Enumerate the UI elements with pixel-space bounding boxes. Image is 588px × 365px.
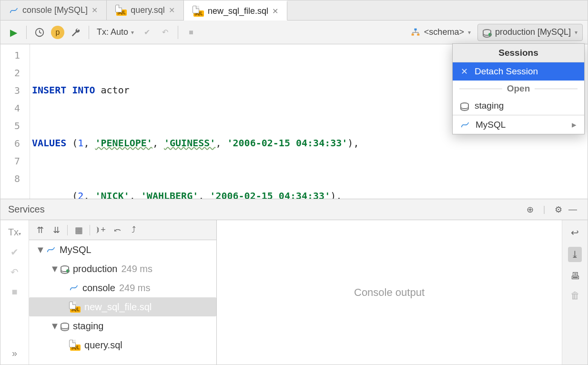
dropdown-title: Sessions [453, 44, 584, 62]
collapse-all-icon[interactable]: ⇊ [49, 225, 63, 235]
tab-label: new_sql_file.sql [208, 6, 268, 16]
open-divider: Open [453, 81, 584, 97]
tab-console[interactable]: console [MySQL] ✕ [0, 0, 107, 20]
commit-button[interactable]: ✔ [139, 24, 155, 41]
tab-label: query.sql [131, 5, 165, 15]
panel-title: Services [8, 204, 45, 215]
filter-icon[interactable]: ⟭+ [94, 225, 108, 235]
database-icon [61, 265, 69, 272]
tx-label[interactable]: Tx▾ [8, 227, 21, 238]
stop-icon[interactable]: ■ [11, 286, 17, 297]
rollback-icon[interactable]: ↶ [10, 266, 19, 278]
services-tree[interactable]: ▼ MySQL ▼ production 249 ms console 249 … [29, 240, 216, 365]
tab-query[interactable]: SQL query.sql ✕ [107, 0, 184, 20]
line-number: 6 [0, 134, 30, 152]
datasource-icon [46, 245, 56, 254]
tx-mode-selector[interactable]: Tx: Auto ▾ [94, 27, 137, 37]
services-toolbar: ⇈ ⇊ ▦ ⟭+ ⤺ ⤴ [29, 220, 216, 240]
close-icon[interactable]: ✕ [91, 6, 98, 15]
node-label: query.sql [84, 340, 122, 351]
tree-node-new-sql-file[interactable]: SQL new_sql_file.sql [29, 297, 216, 316]
services-rightbar: ↩ ⤓ 🖶 🗑 [562, 220, 588, 365]
branch-icon[interactable]: ⤺ [110, 225, 124, 235]
line-number: 8 [0, 170, 30, 187]
settings-button[interactable] [68, 24, 84, 41]
node-meta: 249 ms [119, 283, 151, 294]
cancel-button[interactable]: ■ [183, 24, 199, 41]
scroll-to-end-icon[interactable]: ⤓ [568, 247, 582, 262]
line-number: 3 [0, 81, 30, 99]
line-number: 1 [0, 46, 30, 64]
console-output: Console output [217, 220, 562, 365]
chevron-right-icon: ▸ [572, 119, 577, 130]
editor-tabs: console [MySQL] ✕ SQL query.sql ✕ SQL ne… [0, 0, 588, 20]
line-number: 7 [0, 152, 30, 170]
more-icon[interactable]: » [12, 348, 17, 359]
sessions-dropdown: Sessions ✕ Detach Session Open staging M… [452, 43, 585, 134]
database-icon [483, 29, 491, 36]
tab-label: console [MySQL] [22, 5, 88, 15]
line-number: 2 [0, 64, 30, 81]
database-icon [61, 323, 69, 329]
chevron-down-icon: ▼ [50, 264, 57, 274]
close-icon[interactable]: ✕ [272, 7, 278, 16]
tree-node-production[interactable]: ▼ production 249 ms [29, 259, 216, 278]
history-icon [34, 27, 45, 38]
db-label: production [MySQL] [495, 27, 571, 37]
tx-label: Tx: Auto [97, 27, 128, 37]
services-leftbar: Tx▾ ✔ ↶ ■ » [0, 220, 29, 365]
item-label: staging [475, 101, 504, 111]
close-icon[interactable]: ✕ [169, 6, 175, 15]
detach-session-item[interactable]: ✕ Detach Session [453, 62, 584, 81]
output-placeholder: Console output [354, 286, 425, 299]
gear-icon[interactable]: ⚙ [551, 204, 566, 215]
datasource-mysql[interactable]: MySQL ▸ [453, 115, 584, 134]
group-icon[interactable]: ▦ [71, 225, 86, 235]
node-meta: 249 ms [121, 264, 152, 274]
line-number: 5 [0, 117, 30, 134]
datasource-icon [9, 6, 19, 15]
tree-node-query-sql[interactable]: SQL query.sql [29, 335, 216, 355]
commit-icon[interactable]: ✔ [10, 246, 19, 258]
chevron-down-icon: ▾ [575, 29, 578, 36]
sql-file-icon: SQL [69, 302, 81, 313]
rollback-button[interactable]: ↶ [157, 24, 173, 41]
tree-node-console[interactable]: console 249 ms [29, 278, 216, 297]
run-button[interactable]: ▶ [5, 24, 21, 41]
services-header: Services ⊕ | ⚙ — [0, 199, 588, 220]
session-staging[interactable]: staging [453, 97, 584, 115]
item-label: MySQL [476, 120, 506, 130]
schema-label: <schema> [424, 27, 464, 37]
tree-node-staging[interactable]: ▼ staging [29, 316, 216, 335]
expand-all-icon[interactable]: ⇈ [33, 225, 47, 235]
sql-file-icon: SQL [115, 5, 127, 16]
target-icon[interactable]: ⊕ [523, 204, 537, 215]
minimize-icon[interactable]: — [566, 204, 580, 214]
datasource-icon [69, 283, 79, 293]
svg-rect-3 [417, 33, 419, 35]
node-label: production [73, 264, 117, 274]
chevron-down-icon: ▼ [50, 321, 57, 332]
chevron-down-icon: ▾ [131, 29, 134, 36]
line-number: 4 [0, 99, 30, 117]
node-label: MySQL [60, 244, 91, 255]
playground-button[interactable]: p [50, 24, 66, 41]
chevron-down-icon: ▼ [36, 244, 42, 255]
merge-icon[interactable]: ⤴ [126, 225, 141, 235]
soft-wrap-icon[interactable]: ↩ [571, 227, 579, 238]
tab-new-sql-file[interactable]: SQL new_sql_file.sql ✕ [184, 0, 287, 20]
close-icon: ✕ [460, 66, 468, 77]
node-label: console [82, 283, 115, 294]
node-label: new_sql_file.sql [84, 302, 152, 313]
trash-icon[interactable]: 🗑 [570, 290, 580, 301]
datasource-icon [460, 120, 470, 130]
history-button[interactable] [31, 24, 48, 41]
sql-file-icon: SQL [69, 340, 81, 351]
schema-selector[interactable]: <schema> ▾ [406, 24, 476, 41]
tree-node-mysql[interactable]: ▼ MySQL [29, 240, 216, 259]
print-icon[interactable]: 🖶 [570, 271, 580, 282]
services-panel: Services ⊕ | ⚙ — Tx▾ ✔ ↶ ■ » ⇈ ⇊ ▦ ⟭+ ⤺ … [0, 199, 588, 365]
session-selector[interactable]: production [MySQL] ▾ [477, 24, 583, 41]
services-tree-pane: ⇈ ⇊ ▦ ⟭+ ⤺ ⤴ ▼ MySQL ▼ production [29, 220, 217, 365]
chevron-down-icon: ▾ [468, 29, 471, 36]
